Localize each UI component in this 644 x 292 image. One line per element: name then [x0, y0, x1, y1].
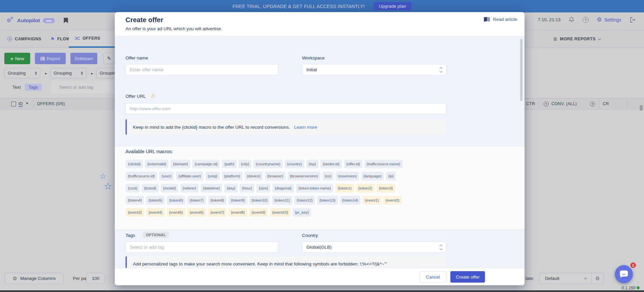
new-button[interactable]: + New — [4, 53, 30, 64]
filter-mode-tags[interactable]: Tags — [25, 84, 42, 91]
macro-chip[interactable]: {referer} — [180, 184, 199, 193]
learn-more-link[interactable]: Learn more — [294, 125, 317, 130]
brand[interactable]: ⚙⚙ Autopilot new — [7, 17, 68, 24]
macro-chip[interactable]: {token8} — [208, 196, 227, 205]
macro-chip[interactable]: {browserversion} — [288, 172, 320, 180]
macro-chip[interactable]: {country} — [285, 160, 304, 168]
macro-chip[interactable]: {event3} — [126, 208, 144, 217]
macro-chip[interactable]: {token10} — [249, 196, 270, 205]
macro-chip[interactable]: {token7} — [187, 196, 206, 205]
edit-button[interactable]: ✎ — [103, 53, 115, 64]
column-id[interactable]: ID — [18, 101, 23, 107]
macro-chip[interactable]: {uniq} — [205, 172, 220, 180]
column-conv[interactable]: CONV. (ALL) — [551, 101, 577, 106]
settings-button[interactable]: ⚙ Settings — [597, 17, 621, 23]
macro-chip[interactable]: {event10} — [270, 208, 291, 217]
more-reports-button[interactable]: ≣ MORE REPORTS — [553, 30, 601, 48]
macro-chip[interactable]: {browser} — [265, 172, 286, 180]
tags-input[interactable] — [126, 242, 279, 253]
macro-chip[interactable]: {token5} — [146, 196, 164, 205]
macro-chip[interactable]: {path} — [222, 160, 236, 168]
macro-chip[interactable]: {token:token name} — [296, 184, 333, 193]
macro-chip[interactable]: {city} — [239, 160, 251, 168]
macro-chip[interactable]: {datetime} — [201, 184, 222, 193]
macro-chip[interactable]: {token2} — [356, 184, 375, 193]
macro-chip[interactable]: {offer.id} — [344, 160, 362, 168]
macro-chip[interactable]: {user} — [159, 172, 174, 180]
read-article-link[interactable]: Read article — [484, 17, 517, 22]
macro-chip[interactable]: {platform} — [222, 172, 243, 180]
column-cr[interactable]: CR — [603, 101, 609, 106]
macro-chip[interactable]: {model} — [161, 184, 178, 193]
upgrade-plan-button[interactable]: Upgrade plan — [374, 2, 411, 10]
macro-chip[interactable]: {token1} — [335, 184, 354, 193]
offer-url-input[interactable] — [126, 103, 446, 114]
macro-chip[interactable]: {event6} — [187, 208, 206, 217]
macro-chip[interactable]: {token11} — [272, 196, 292, 205]
report-button[interactable]: Report — [35, 53, 66, 64]
manage-columns-button[interactable]: ⚙ Manage Columns — [5, 273, 64, 284]
column-ctr[interactable]: CTR — [526, 101, 535, 106]
filter-mode-text[interactable]: Text — [12, 85, 21, 90]
grouping-select[interactable]: Grouping — [4, 68, 40, 78]
macro-chip[interactable]: {trafficsource.id} — [126, 172, 157, 180]
macro-chip[interactable]: {countryname} — [253, 160, 283, 168]
macro-chip[interactable]: {language} — [361, 172, 384, 180]
bookmark-icon[interactable] — [64, 18, 68, 23]
select-all-checkbox[interactable] — [11, 101, 16, 107]
macro-chip[interactable]: {affiliate.user} — [176, 172, 203, 180]
macro-chip[interactable]: {token3} — [377, 184, 395, 193]
macro-chip[interactable]: {day} — [224, 184, 238, 193]
macro-chip[interactable]: {os} — [323, 172, 334, 180]
help-icon[interactable]: ? — [544, 101, 549, 107]
macro-chip[interactable]: {pr_key} — [293, 208, 311, 217]
modal-scrollbar-thumb[interactable] — [520, 39, 523, 101]
macro-chip[interactable]: {token12} — [294, 196, 315, 205]
macro-chip[interactable]: {osversion} — [336, 172, 359, 180]
brand-name[interactable]: Autopilot — [17, 17, 40, 24]
macro-chip[interactable]: {event7} — [208, 208, 227, 217]
macro-chip[interactable]: {brand} — [142, 184, 158, 193]
cancel-button[interactable]: Cancel — [419, 271, 446, 283]
help-icon[interactable]: ? — [583, 17, 589, 23]
macro-chip[interactable]: {event2} — [383, 196, 402, 205]
help-icon[interactable]: ? — [590, 101, 595, 107]
page-scrollbar-thumb[interactable] — [640, 105, 643, 111]
macro-chip[interactable]: {token9} — [229, 196, 247, 205]
macro-chip[interactable]: {clickid} — [126, 160, 143, 168]
tab-offers[interactable]: OFFERS — [69, 30, 118, 48]
macro-chip[interactable]: {domain} — [170, 160, 190, 168]
tab-campaigns[interactable]: CAMPAIGNS — [7, 30, 41, 48]
workspace-select[interactable]: Initial — [302, 64, 446, 75]
macro-chip[interactable]: {externalid} — [145, 160, 168, 168]
create-offer-button[interactable]: Create offer — [450, 271, 485, 283]
offer-name-input[interactable] — [126, 64, 279, 75]
macro-chip[interactable]: {token4} — [126, 196, 144, 205]
macro-chip[interactable]: {event4} — [146, 208, 164, 217]
macro-chip[interactable]: {ip} — [386, 172, 396, 180]
tag-filter-input[interactable]: Select or add tag — [59, 85, 93, 90]
chat-widget-button[interactable] — [615, 265, 633, 283]
macro-chip[interactable]: {device} — [245, 172, 263, 180]
column-offers[interactable]: OFFERS (0/5) — [37, 101, 65, 106]
macro-chip[interactable]: {event1} — [362, 196, 381, 205]
country-select[interactable]: Global(GLB) — [302, 242, 446, 253]
macro-chip[interactable]: {lander.id} — [320, 160, 342, 168]
macro-chip[interactable]: {event5} — [167, 208, 185, 217]
bell-icon[interactable] — [568, 16, 575, 23]
macro-chip[interactable]: {hour} — [240, 184, 254, 193]
template-select[interactable]: Default — [539, 273, 592, 284]
macro-chip[interactable]: {cost} — [126, 184, 140, 193]
macro-chip[interactable]: {size} — [256, 184, 270, 193]
per-page-select[interactable]: 100 — [86, 273, 105, 284]
logout-icon[interactable] — [629, 17, 636, 23]
macro-chip[interactable]: {trafficsource.name} — [364, 160, 403, 168]
macro-chip[interactable]: {token6} — [167, 196, 185, 205]
macro-chip[interactable]: {campaign.id} — [192, 160, 220, 168]
macro-chip[interactable]: {diagonal} — [273, 184, 294, 193]
grouping-select[interactable]: Grouping — [50, 68, 86, 78]
sort-caret-icon[interactable]: ▾ — [26, 101, 28, 106]
macro-chip[interactable]: {isp} — [306, 160, 318, 168]
macro-chip[interactable]: {token14} — [340, 196, 361, 205]
template-settings-button[interactable]: ⚙ — [592, 273, 604, 284]
